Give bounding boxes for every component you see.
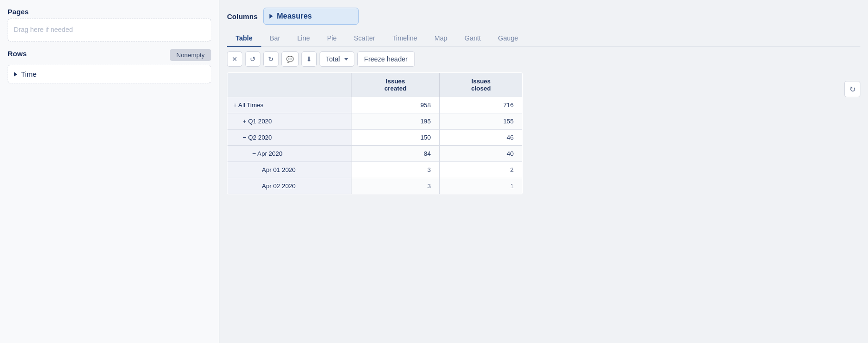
left-panel: Pages Drag here if needed Rows Nonempty … [0,0,219,343]
pages-drag-hint: Drag here if needed [14,26,73,33]
measures-chip-label: Measures [277,12,312,20]
download-button[interactable] [301,51,317,67]
data-table: Issuescreated Issuesclosed + All Times95… [227,72,523,194]
tabs-bar: Table Bar Line Pie Scatter Timeline Map … [227,30,860,47]
tab-table[interactable]: Table [227,30,261,47]
table-cell-label: − Q2 2020 [227,130,351,146]
pages-drag-zone[interactable]: Drag here if needed [8,19,211,41]
time-chevron-icon [14,72,17,77]
table-row: + All Times958716 [227,97,523,113]
comment-button[interactable]: 💬 [281,51,299,67]
table-cell-label: + Q1 2020 [227,113,351,130]
comment-icon: 💬 [286,56,294,63]
table-row: + Q1 2020195155 [227,113,523,130]
tab-timeline[interactable]: Timeline [383,30,425,47]
tab-bar[interactable]: Bar [261,30,289,47]
total-label: Total [326,55,340,63]
table-row: Apr 02 202031 [227,178,523,194]
tab-gantt[interactable]: Gantt [456,30,489,47]
tab-scatter[interactable]: Scatter [345,30,383,47]
freeze-header-button[interactable]: Freeze header [357,51,415,67]
toolbar: 💬 Total Freeze header [227,51,860,67]
rows-section: Rows Nonempty Time [8,49,211,83]
rows-label: Rows [8,50,27,58]
table-cell-label: − Apr 2020 [227,146,351,162]
refresh-icon [849,85,856,94]
columns-label: Columns [227,12,258,20]
cancel-button[interactable] [227,51,242,67]
tab-map[interactable]: Map [426,30,456,47]
time-row-item[interactable]: Time [8,65,211,83]
table-cell-issues-created: 3 [351,162,440,178]
nonempty-button[interactable]: Nonempty [170,49,211,61]
measures-chip-chevron-icon [269,14,273,19]
table-row: − Q2 202015046 [227,130,523,146]
tab-gauge[interactable]: Gauge [489,30,527,47]
table-cell-issues-closed: 716 [440,97,523,113]
download-icon [306,55,312,63]
table-cell-issues-created: 195 [351,113,440,130]
x-icon [232,55,238,63]
time-item-label: Time [21,70,37,78]
measures-chip[interactable]: Measures [263,8,359,25]
table-cell-label: Apr 02 2020 [227,178,351,194]
tab-pie[interactable]: Pie [319,30,345,47]
redo-button[interactable] [263,51,279,67]
table-cell-label: + All Times [227,97,351,113]
table-cell-issues-closed: 1 [440,178,523,194]
right-panel: Columns Measures Table Bar Line Pie Scat… [219,0,868,343]
table-cell-issues-closed: 155 [440,113,523,130]
table-cell-issues-closed: 46 [440,130,523,146]
pages-label: Pages [8,8,211,16]
table-cell-issues-closed: 2 [440,162,523,178]
undo-button[interactable] [245,51,260,67]
table-cell-issues-created: 958 [351,97,440,113]
table-cell-issues-created: 150 [351,130,440,146]
undo-icon [250,55,256,63]
table-row: Apr 01 202032 [227,162,523,178]
table-container: Issuescreated Issuesclosed + All Times95… [227,72,860,194]
total-caret-icon [344,58,348,61]
table-cell-issues-created: 3 [351,178,440,194]
table-cell-issues-created: 84 [351,146,440,162]
table-cell-issues-closed: 40 [440,146,523,162]
table-header-issues-created: Issuescreated [351,73,440,97]
rows-header: Rows Nonempty [8,49,211,61]
pages-section: Pages Drag here if needed [8,8,211,41]
table-header-issues-closed: Issuesclosed [440,73,523,97]
tab-line[interactable]: Line [289,30,318,47]
table-header-empty [227,73,351,97]
refresh-button[interactable] [844,81,860,97]
table-row: − Apr 20208440 [227,146,523,162]
rows-drag-zone[interactable]: Time [8,65,211,83]
table-cell-label: Apr 01 2020 [227,162,351,178]
columns-area: Columns Measures [227,8,860,25]
total-dropdown-button[interactable]: Total [320,51,354,67]
redo-icon [268,55,274,63]
